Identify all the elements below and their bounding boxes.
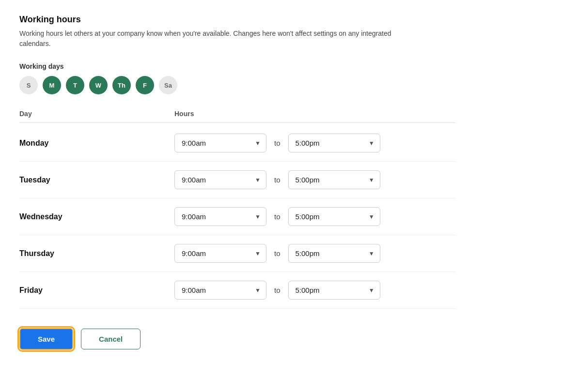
day-circle-th[interactable]: Th <box>112 76 131 94</box>
day-circle-f[interactable]: F <box>136 76 154 94</box>
end-time-wrapper-thursday: 12:00am12:30am1:00am1:30am2:00am2:30am3:… <box>288 244 380 263</box>
hours-row-friday: 12:00am12:30am1:00am1:30am2:00am2:30am3:… <box>174 281 455 300</box>
col-hours-header: Hours <box>174 110 455 118</box>
start-time-wrapper-thursday: 12:00am12:30am1:00am1:30am2:00am2:30am3:… <box>174 244 266 263</box>
end-time-select-monday[interactable]: 12:00am12:30am1:00am1:30am2:00am2:30am3:… <box>288 134 380 152</box>
hours-row-monday: 12:00am12:30am1:00am1:30am2:00am2:30am3:… <box>174 134 455 152</box>
start-time-wrapper-monday: 12:00am12:30am1:00am1:30am2:00am2:30am3:… <box>174 134 266 152</box>
cancel-button[interactable]: Cancel <box>81 329 140 349</box>
day-circle-m[interactable]: M <box>43 76 61 94</box>
hours-row-wednesday: 12:00am12:30am1:00am1:30am2:00am2:30am3:… <box>174 207 455 226</box>
day-name-thursday: Thursday <box>19 249 174 258</box>
to-label-tuesday: to <box>274 176 281 184</box>
table-row: Wednesday12:00am12:30am1:00am1:30am2:00a… <box>19 198 455 235</box>
day-name-wednesday: Wednesday <box>19 212 174 221</box>
start-time-select-monday[interactable]: 12:00am12:30am1:00am1:30am2:00am2:30am3:… <box>174 134 266 152</box>
start-time-select-tuesday[interactable]: 12:00am12:30am1:00am1:30am2:00am2:30am3:… <box>174 170 266 189</box>
hours-table: Day Hours Monday12:00am12:30am1:00am1:30… <box>19 110 455 309</box>
table-row: Monday12:00am12:30am1:00am1:30am2:00am2:… <box>19 125 455 162</box>
table-row: Thursday12:00am12:30am1:00am1:30am2:00am… <box>19 235 455 272</box>
table-row: Tuesday12:00am12:30am1:00am1:30am2:00am2… <box>19 162 455 198</box>
to-label-friday: to <box>274 286 281 294</box>
start-time-select-wednesday[interactable]: 12:00am12:30am1:00am1:30am2:00am2:30am3:… <box>174 207 266 226</box>
page-description: Working hours let others at your company… <box>19 29 397 49</box>
end-time-select-thursday[interactable]: 12:00am12:30am1:00am1:30am2:00am2:30am3:… <box>288 244 380 263</box>
start-time-select-friday[interactable]: 12:00am12:30am1:00am1:30am2:00am2:30am3:… <box>174 281 266 300</box>
end-time-wrapper-wednesday: 12:00am12:30am1:00am1:30am2:00am2:30am3:… <box>288 207 380 226</box>
day-circles-container: SMTWThFSa <box>19 76 543 94</box>
day-circle-t[interactable]: T <box>66 76 84 94</box>
to-label-thursday: to <box>274 249 281 257</box>
table-row: Friday12:00am12:30am1:00am1:30am2:00am2:… <box>19 272 455 309</box>
hours-row-thursday: 12:00am12:30am1:00am1:30am2:00am2:30am3:… <box>174 244 455 263</box>
end-time-select-tuesday[interactable]: 12:00am12:30am1:00am1:30am2:00am2:30am3:… <box>288 170 380 189</box>
working-days-label: Working days <box>19 62 543 70</box>
day-name-monday: Monday <box>19 139 174 148</box>
end-time-wrapper-friday: 12:00am12:30am1:00am1:30am2:00am2:30am3:… <box>288 281 380 300</box>
end-time-select-wednesday[interactable]: 12:00am12:30am1:00am1:30am2:00am2:30am3:… <box>288 207 380 226</box>
start-time-select-thursday[interactable]: 12:00am12:30am1:00am1:30am2:00am2:30am3:… <box>174 244 266 263</box>
to-label-monday: to <box>274 139 281 147</box>
to-label-wednesday: to <box>274 212 281 221</box>
day-circle-s[interactable]: S <box>19 76 38 94</box>
start-time-wrapper-wednesday: 12:00am12:30am1:00am1:30am2:00am2:30am3:… <box>174 207 266 226</box>
action-buttons: Save Cancel <box>19 328 543 350</box>
day-name-tuesday: Tuesday <box>19 176 174 184</box>
table-header: Day Hours <box>19 110 455 123</box>
start-time-wrapper-friday: 12:00am12:30am1:00am1:30am2:00am2:30am3:… <box>174 281 266 300</box>
start-time-wrapper-tuesday: 12:00am12:30am1:00am1:30am2:00am2:30am3:… <box>174 170 266 189</box>
end-time-select-friday[interactable]: 12:00am12:30am1:00am1:30am2:00am2:30am3:… <box>288 281 380 300</box>
hours-row-tuesday: 12:00am12:30am1:00am1:30am2:00am2:30am3:… <box>174 170 455 189</box>
day-name-friday: Friday <box>19 286 174 295</box>
save-button[interactable]: Save <box>19 328 73 350</box>
end-time-wrapper-monday: 12:00am12:30am1:00am1:30am2:00am2:30am3:… <box>288 134 380 152</box>
col-day-header: Day <box>19 110 174 118</box>
page-title: Working hours <box>19 15 543 25</box>
end-time-wrapper-tuesday: 12:00am12:30am1:00am1:30am2:00am2:30am3:… <box>288 170 380 189</box>
day-circle-sa[interactable]: Sa <box>159 76 177 94</box>
table-body: Monday12:00am12:30am1:00am1:30am2:00am2:… <box>19 125 455 309</box>
day-circle-w[interactable]: W <box>89 76 108 94</box>
